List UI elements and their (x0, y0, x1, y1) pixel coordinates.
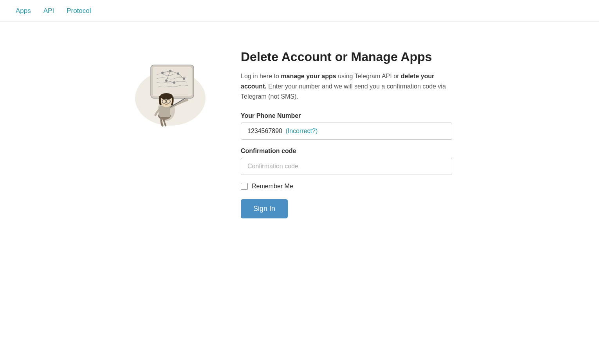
main-content: Delete Account or Manage Apps Log in her… (0, 22, 599, 242)
sign-in-button[interactable]: Sign In (241, 199, 288, 218)
nav-item-protocol[interactable]: Protocol (67, 7, 91, 14)
desc-part3: Enter your number and we will send you a… (241, 83, 446, 100)
remember-me-group: Remember Me (241, 183, 452, 190)
incorrect-link[interactable]: (Incorrect?) (285, 128, 318, 135)
confirmation-label: Confirmation code (241, 148, 452, 155)
phone-number-value: 1234567890 (247, 128, 282, 135)
illustration (123, 45, 217, 139)
remember-me-label[interactable]: Remember Me (252, 183, 293, 190)
confirmation-code-group: Confirmation code (241, 148, 452, 175)
confirmation-code-input[interactable] (241, 158, 452, 175)
phone-space (282, 128, 284, 135)
phone-display-box: 1234567890 (Incorrect?) (241, 123, 452, 140)
form-section: Delete Account or Manage Apps Log in her… (241, 45, 452, 218)
phone-label: Your Phone Number (241, 112, 452, 119)
nav-item-apps[interactable]: Apps (16, 7, 31, 14)
remember-me-checkbox[interactable] (241, 183, 248, 190)
bold-manage-apps: manage your apps (281, 73, 336, 79)
nav-links: Apps API Protocol (16, 7, 91, 15)
svg-point-17 (185, 98, 188, 101)
navbar: Apps API Protocol (0, 0, 599, 22)
svg-point-19 (160, 93, 173, 99)
page-description: Log in here to manage your apps using Te… (241, 71, 452, 101)
svg-rect-16 (159, 106, 170, 117)
page-title: Delete Account or Manage Apps (241, 49, 452, 64)
phone-number-group: Your Phone Number 1234567890 (Incorrect?… (241, 112, 452, 140)
desc-part2: using Telegram API or (338, 73, 401, 79)
content-wrapper: Delete Account or Manage Apps Log in her… (123, 45, 476, 218)
telegram-illustration (127, 49, 213, 135)
nav-item-api[interactable]: API (43, 7, 54, 14)
